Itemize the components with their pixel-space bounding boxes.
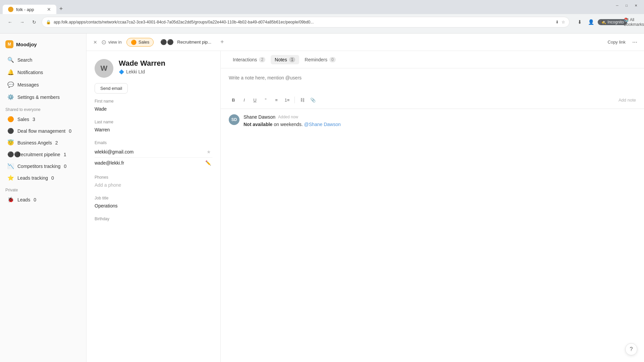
sidebar-item-sales[interactable]: 🟠 Sales 3 — [2, 114, 84, 125]
downloads-button[interactable]: ⬇ — [575, 17, 584, 27]
bullet-list-button[interactable]: ≡ — [272, 95, 281, 105]
panels: W Wade Warren 🔷 Lekki Ltd Send email — [87, 51, 644, 362]
notes-tab-count: 1 — [289, 57, 296, 62]
email-row-2: wade@lekki.fr ✏️ — [95, 158, 212, 168]
send-email-button[interactable]: Send email — [95, 83, 128, 94]
new-tab-button[interactable]: + — [56, 4, 66, 13]
recruitment-tab-label: Recruitment pip... — [177, 40, 211, 45]
quote-button[interactable]: " — [261, 95, 270, 105]
sidebar-item-business-angels[interactable]: 😇 Business Angels 2 — [2, 137, 84, 148]
sales-tab-icon: 🟠 — [131, 40, 137, 45]
app-name: Moodjoy — [16, 42, 37, 47]
sidebar-item-leads-tracking[interactable]: ⭐ Leads tracking 0 — [2, 172, 84, 183]
settings-icon: ⚙️ — [7, 94, 14, 100]
tab-reminders[interactable]: Reminders 0 — [301, 55, 339, 64]
attach-button[interactable]: 📎 — [308, 95, 318, 105]
sidebar-item-leads[interactable]: 🐞 Leads 0 — [2, 194, 84, 205]
forward-button[interactable]: → — [17, 17, 27, 27]
email-edit-button-2[interactable]: ✏️ — [204, 160, 212, 166]
sales-count: 3 — [33, 117, 35, 122]
first-name-label: First name — [95, 99, 212, 104]
sidebar-item-settings[interactable]: ⚙️ Settings & members — [2, 91, 84, 103]
sidebar-item-deal-flow[interactable]: ⚫ Deal flow management 0 — [2, 125, 84, 136]
phones-label: Phones — [95, 175, 212, 180]
bookmarks-button[interactable]: 📚 All Bookmarks — [629, 17, 639, 27]
incognito-icon: 🕵️ — [601, 20, 606, 24]
sidebar-item-recruitment[interactable]: ⚫⚫ Recruitment pipeline 1 — [2, 149, 84, 160]
contact-name-area: Wade Warren 🔷 Lekki Ltd — [119, 59, 212, 74]
address-bar[interactable]: 🔒 app.folk.app/apps/contacts/network/cca… — [42, 17, 570, 27]
maximize-button[interactable]: □ — [624, 3, 629, 8]
sidebar-item-competitors[interactable]: 📉 Competitors tracking 0 — [2, 161, 84, 172]
incognito-badge: 🕵️ Incognito — [598, 19, 627, 25]
sidebar-item-notifications[interactable]: 🔔 Notifications — [2, 66, 84, 78]
back-button[interactable]: ← — [5, 17, 15, 27]
reload-button[interactable]: ↻ — [30, 17, 39, 27]
field-last-name: Last name Warren — [95, 120, 212, 134]
leads-icon: 🐞 — [7, 196, 14, 203]
main-content: ✕ ⊙ view in 🟠 Sales ⚫⚫ Recruitment pip..… — [87, 34, 644, 362]
close-view-button[interactable]: ✕ — [92, 39, 99, 46]
more-options-button[interactable]: ··· — [631, 37, 639, 47]
view-in-label: view in — [108, 40, 122, 45]
competitors-count: 0 — [64, 164, 66, 169]
notes-editor: B I U " ≡ 1≡ ⛓ 📎 Add note — [221, 68, 644, 109]
logo-icon: M — [5, 40, 13, 48]
italic-button[interactable]: I — [239, 95, 249, 105]
leads-tracking-count: 0 — [51, 175, 54, 181]
browser-tab-folk[interactable]: folk - app ✕ — [3, 5, 56, 14]
note-time: Added now — [278, 115, 298, 119]
note-input[interactable] — [229, 75, 636, 91]
company-name: Lekki Ltd — [126, 69, 145, 74]
note-text-normal: on weekends. — [274, 122, 304, 127]
field-first-name: First name Wade — [95, 99, 212, 113]
close-window-button[interactable]: ✕ — [633, 3, 639, 8]
business-angels-count: 2 — [55, 140, 58, 145]
sales-icon: 🟠 — [7, 116, 14, 122]
email-row-1: wlekki@gmail.com ★ — [95, 146, 212, 158]
link-button[interactable]: ⛓ — [298, 95, 307, 105]
notes-tabs: Interactions 2 Notes 1 Reminders 0 — [221, 51, 644, 68]
copy-link-button[interactable]: Copy link — [605, 38, 628, 46]
leads-count: 0 — [34, 197, 36, 202]
business-angels-icon: 😇 — [7, 139, 14, 146]
sidebar-item-messages[interactable]: 💬 Messages — [2, 79, 84, 90]
deal-flow-label: Deal flow management — [17, 128, 65, 134]
contact-panel: W Wade Warren 🔷 Lekki Ltd Send email — [87, 51, 221, 362]
note-author-name: Shane Dawson — [244, 114, 275, 120]
profile-button[interactable]: 👤 — [586, 17, 596, 27]
reminders-tab-label: Reminders — [305, 57, 327, 62]
sales-view-tab[interactable]: 🟠 Sales — [126, 38, 154, 47]
top-bar-actions: Copy link ··· — [605, 37, 639, 47]
deal-flow-icon: ⚫ — [7, 128, 14, 134]
tab-close-icon[interactable]: ✕ — [47, 7, 51, 12]
note-mention[interactable]: @Shane Dawson — [304, 122, 341, 127]
email-star-button-1[interactable]: ★ — [205, 148, 212, 155]
deal-flow-count: 0 — [69, 128, 71, 134]
contact-name: Wade Warren — [119, 59, 212, 68]
tab-interactions[interactable]: Interactions 2 — [229, 55, 269, 64]
recruitment-view-tab[interactable]: ⚫⚫ Recruitment pip... — [156, 38, 215, 47]
note-text: Not available on weekends. @Shane Dawson — [244, 121, 636, 128]
bold-button[interactable]: B — [229, 95, 238, 105]
email-value-1: wlekki@gmail.com — [95, 149, 205, 155]
add-view-tab-button[interactable]: + — [218, 38, 226, 46]
underline-button[interactable]: U — [250, 95, 260, 105]
business-angels-label: Business Angels — [17, 140, 52, 145]
view-toggle-icon: ⊙ — [101, 39, 106, 46]
sidebar-item-search[interactable]: 🔍 Search — [2, 54, 84, 66]
notifications-icon: 🔔 — [7, 69, 14, 75]
last-name-label: Last name — [95, 120, 212, 124]
interactions-tab-label: Interactions — [233, 57, 257, 62]
phones-value: Add a phone — [95, 181, 212, 189]
add-note-button[interactable]: Add note — [619, 98, 636, 103]
help-button[interactable]: ? — [625, 343, 637, 355]
logo-initial: M — [8, 42, 11, 47]
tab-notes[interactable]: Notes 1 — [271, 55, 299, 64]
minimize-button[interactable]: ─ — [614, 3, 620, 8]
avatar: W — [95, 59, 113, 78]
numbered-list-button[interactable]: 1≡ — [282, 95, 292, 105]
incognito-label: Incognito — [607, 20, 624, 24]
messages-label: Messages — [17, 82, 79, 87]
notes-toolbar: B I U " ≡ 1≡ ⛓ 📎 Add note — [229, 95, 636, 105]
